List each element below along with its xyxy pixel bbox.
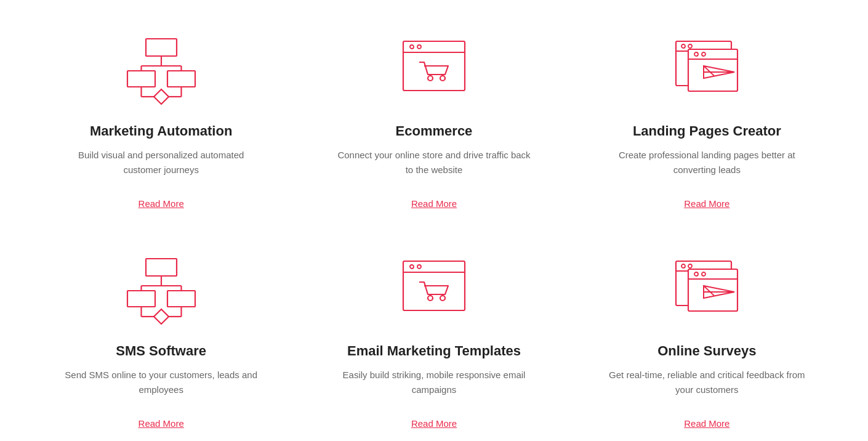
read-more-email-marketing[interactable]: Read More — [401, 413, 467, 434]
card-landing-pages: Landing Pages Creator Create professiona… — [571, 12, 843, 232]
svg-point-43 — [410, 265, 414, 269]
svg-rect-29 — [146, 259, 177, 276]
card-title-online-surveys: Online Surveys — [657, 343, 756, 359]
svg-rect-30 — [127, 291, 155, 307]
svg-point-50 — [688, 264, 692, 268]
card-title-ecommerce: Ecommerce — [396, 123, 473, 139]
card-marketing-automation: Marketing Automation Build visual and pe… — [25, 12, 297, 232]
read-more-ecommerce[interactable]: Read More — [401, 193, 467, 214]
sms-software-icon — [121, 251, 201, 331]
landing-pages-icon — [667, 31, 747, 111]
svg-point-49 — [681, 264, 685, 268]
card-desc-landing-pages: Create professional landing pages better… — [608, 148, 806, 179]
card-online-surveys: Online Surveys Get real-time, reliable a… — [571, 232, 843, 441]
automation-icon — [121, 31, 201, 111]
svg-point-44 — [417, 265, 421, 269]
card-title-landing-pages: Landing Pages Creator — [633, 123, 781, 139]
card-ecommerce: Ecommerce Connect your online store and … — [297, 12, 570, 232]
features-grid: Marketing Automation Build visual and pe… — [0, 0, 868, 441]
svg-point-46 — [440, 296, 445, 301]
email-marketing-icon — [394, 251, 474, 331]
svg-rect-2 — [167, 71, 195, 87]
svg-rect-1 — [127, 71, 155, 87]
card-sms-software: SMS Software Send SMS online to your cus… — [25, 232, 297, 441]
svg-rect-31 — [167, 291, 195, 307]
card-desc-sms-software: Send SMS online to your customers, leads… — [62, 368, 260, 399]
svg-point-21 — [688, 44, 692, 48]
card-desc-marketing-automation: Build visual and personalized automated … — [62, 148, 260, 179]
svg-marker-7 — [154, 89, 169, 104]
svg-point-17 — [440, 76, 445, 81]
read-more-sms-software[interactable]: Read More — [129, 413, 194, 434]
read-more-landing-pages[interactable]: Read More — [674, 193, 739, 214]
svg-marker-36 — [154, 309, 169, 324]
svg-point-15 — [417, 45, 421, 49]
read-more-online-surveys[interactable]: Read More — [674, 413, 739, 434]
card-title-marketing-automation: Marketing Automation — [90, 123, 232, 139]
svg-point-14 — [410, 45, 414, 49]
card-title-sms-software: SMS Software — [116, 343, 206, 359]
card-desc-email-marketing: Easily build striking, mobile responsive… — [334, 368, 533, 399]
card-desc-online-surveys: Get real-time, reliable and critical fee… — [608, 368, 806, 399]
ecommerce-icon — [394, 31, 474, 111]
online-surveys-icon — [667, 251, 747, 331]
svg-rect-0 — [146, 39, 177, 56]
svg-point-45 — [428, 296, 433, 301]
svg-point-20 — [681, 44, 685, 48]
svg-point-16 — [428, 76, 433, 81]
card-title-email-marketing: Email Marketing Templates — [347, 343, 521, 359]
card-desc-ecommerce: Connect your online store and drive traf… — [334, 148, 533, 179]
card-email-marketing: Email Marketing Templates Easily build s… — [297, 232, 570, 441]
read-more-marketing-automation[interactable]: Read More — [129, 193, 194, 214]
